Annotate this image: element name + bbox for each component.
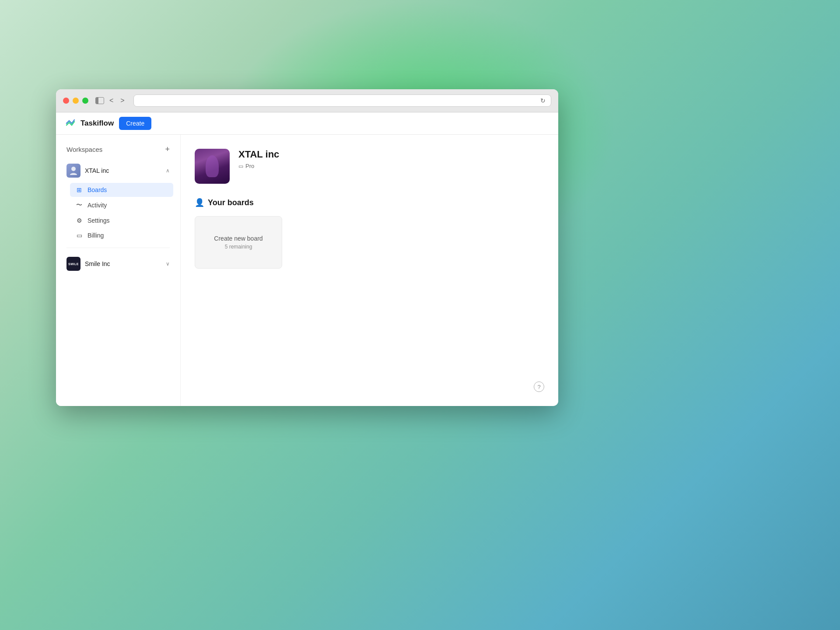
address-bar[interactable]: ↻ (133, 94, 551, 107)
app-name-label: Taskiflow (80, 119, 114, 128)
sidebar-toggle[interactable] (95, 97, 104, 104)
chevron-down-icon: ∨ (166, 261, 170, 267)
workspace-info: XTAL inc ▭ Pro (195, 149, 544, 184)
workspace-header-smile[interactable]: SMILE Smile Inc ∨ (63, 253, 173, 274)
boards-label: Boards (88, 186, 107, 193)
xtal-avatar (66, 164, 80, 178)
sidebar-item-settings[interactable]: ⚙ Settings (70, 214, 173, 228)
sidebar-item-billing[interactable]: ▭ Billing (70, 228, 173, 242)
workspace-section-smile: SMILE Smile Inc ∨ (63, 253, 173, 274)
app-content: Workspaces + XTAL inc ∧ (56, 135, 558, 406)
billing-icon: ▭ (75, 232, 83, 239)
workspace-left: XTAL inc (66, 164, 109, 178)
chevron-up-icon: ∧ (166, 168, 170, 174)
briefcase-icon: ▭ (238, 163, 243, 169)
close-button[interactable] (63, 98, 69, 104)
workspace-title: XTAL inc (238, 149, 279, 160)
user-boards-icon: 👤 (195, 198, 204, 207)
workspace-left-smile: SMILE Smile Inc (66, 257, 110, 271)
main-panel: XTAL inc ▭ Pro 👤 Your boards Create new … (181, 135, 558, 406)
traffic-lights (63, 98, 88, 104)
browser-chrome: < > ↻ (56, 89, 558, 112)
create-board-title: Create new board (214, 235, 262, 242)
add-workspace-button[interactable]: + (165, 145, 170, 153)
workspace-cover-image (195, 149, 230, 184)
create-board-remaining: 5 remaining (225, 244, 252, 250)
boards-grid: Create new board 5 remaining (195, 216, 544, 269)
header-create-button[interactable]: Create (119, 117, 151, 130)
workspace-section-xtal: XTAL inc ∧ ⊞ Boards 〜 Activity ⚙ (63, 160, 173, 242)
workspace-header-xtal[interactable]: XTAL inc ∧ (63, 160, 173, 181)
smile-logo-text: SMILE (68, 262, 79, 266)
workspace-name-smile: Smile Inc (85, 260, 110, 267)
smile-avatar: SMILE (66, 257, 80, 271)
app-header: Taskiflow Create (56, 112, 558, 135)
app-logo: Taskiflow (65, 117, 114, 130)
activity-icon: 〜 (75, 201, 83, 209)
minimize-button[interactable] (73, 98, 79, 104)
nav-back-button[interactable]: < (108, 96, 115, 105)
sidebar-item-activity[interactable]: 〜 Activity (70, 198, 173, 213)
settings-icon: ⚙ (75, 217, 83, 224)
maximize-button[interactable] (82, 98, 88, 104)
boards-section: 👤 Your boards Create new board 5 remaini… (195, 198, 544, 269)
person-icon (69, 166, 78, 175)
reload-button[interactable]: ↻ (540, 97, 546, 104)
sidebar-divider (66, 248, 170, 248)
workspace-details: XTAL inc ▭ Pro (238, 149, 279, 169)
settings-label: Settings (88, 217, 110, 224)
sidebar-item-boards[interactable]: ⊞ Boards (70, 183, 173, 197)
sidebar-header: Workspaces + (63, 145, 173, 153)
billing-label: Billing (88, 232, 104, 239)
help-icon[interactable]: ? (534, 382, 544, 392)
sidebar-title: Workspaces (66, 146, 102, 153)
taskiflow-logo-icon (65, 117, 77, 130)
browser-window: < > ↻ Taskiflow Create Workspaces + (56, 89, 558, 406)
activity-label: Activity (88, 202, 107, 209)
boards-icon: ⊞ (75, 186, 83, 193)
svg-point-0 (71, 167, 76, 171)
sidebar: Workspaces + XTAL inc ∧ (56, 135, 181, 406)
browser-controls: < > (95, 96, 126, 105)
workspace-name-xtal: XTAL inc (85, 167, 109, 174)
boards-section-title: 👤 Your boards (195, 198, 544, 207)
pro-badge: ▭ Pro (238, 163, 279, 169)
plan-label: Pro (245, 163, 254, 169)
nav-forward-button[interactable]: > (119, 96, 126, 105)
create-board-card[interactable]: Create new board 5 remaining (195, 216, 282, 269)
nav-items-xtal: ⊞ Boards 〜 Activity ⚙ Settings ▭ Billing (63, 183, 173, 242)
